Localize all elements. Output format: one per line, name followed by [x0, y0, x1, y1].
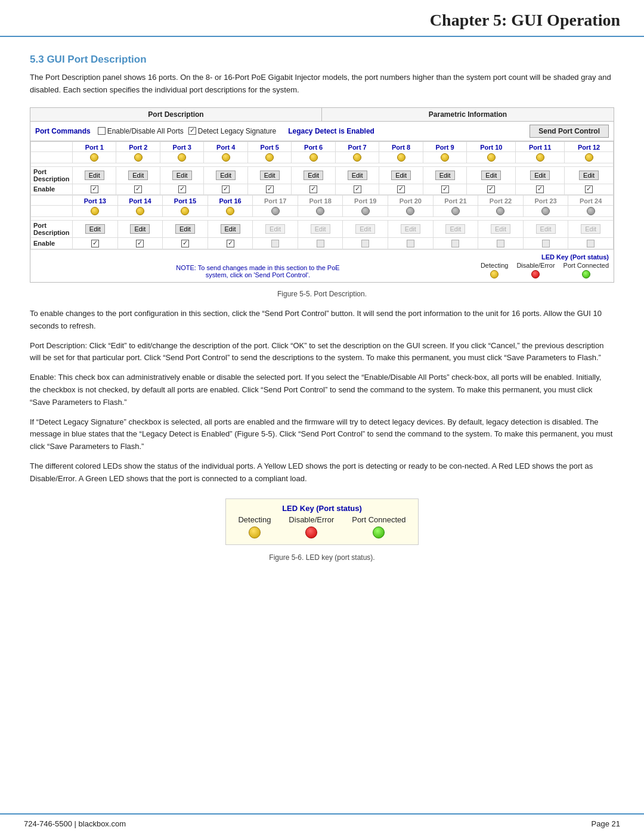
port8-enable[interactable] [379, 184, 423, 195]
port15-edit[interactable]: Edit [163, 221, 208, 238]
port17-header: Port 17 [253, 196, 298, 206]
legacy-detect-status: Legacy Detect is Enabled [288, 127, 525, 135]
port6-edit[interactable]: Edit [292, 166, 335, 184]
port2-enable-checkbox[interactable] [134, 185, 142, 193]
standalone-error-label: Disable/Error [289, 515, 334, 524]
port9-edit-button[interactable]: Edit [435, 171, 455, 180]
port12-enable[interactable] [565, 184, 614, 195]
port6-enable-checkbox[interactable] [309, 185, 317, 193]
port16-enable[interactable] [208, 238, 253, 249]
port15-enable[interactable] [163, 238, 208, 249]
port-commands-label: Port Commands [35, 127, 91, 135]
port10-edit[interactable]: Edit [467, 166, 516, 184]
port16-edit[interactable]: Edit [208, 221, 253, 238]
port4-edit-button[interactable]: Edit [216, 171, 236, 180]
detect-legacy-checkbox-icon[interactable] [188, 127, 196, 135]
port12-edit-button[interactable]: Edit [579, 171, 599, 180]
led-key-standalone-wrap: LED Key (Port status) Detecting Disable/… [30, 493, 614, 549]
port12-led [565, 151, 614, 163]
port3-enable[interactable] [160, 184, 203, 195]
port9-enable[interactable] [423, 184, 466, 195]
port16-led [208, 206, 253, 217]
port22-enable [478, 238, 524, 249]
port11-edit-button[interactable]: Edit [530, 171, 550, 180]
standalone-connected-label: Port Connected [352, 515, 405, 524]
port18-led [298, 206, 343, 217]
port15-led [163, 206, 208, 217]
port19-edit-button: Edit [355, 224, 375, 234]
port8-enable-checkbox[interactable] [397, 185, 405, 193]
port3-enable-checkbox[interactable] [178, 185, 186, 193]
intro-text: The Port Description panel shows 16 port… [30, 72, 614, 97]
port13-edit-button[interactable]: Edit [85, 224, 105, 234]
led-yellow-icon [441, 153, 449, 162]
port6-enable[interactable] [292, 184, 335, 195]
port8-header: Port 8 [379, 141, 423, 151]
port12-enable-checkbox[interactable] [585, 185, 593, 193]
port11-edit[interactable]: Edit [516, 166, 565, 184]
port1-enable[interactable] [73, 184, 116, 195]
port16-edit-button[interactable]: Edit [221, 224, 240, 234]
port2-edit-button[interactable]: Edit [128, 171, 148, 180]
port2-edit[interactable]: Edit [116, 166, 160, 184]
port14-edit-button[interactable]: Edit [130, 224, 150, 234]
port5-enable[interactable] [247, 184, 291, 195]
port7-edit-button[interactable]: Edit [348, 171, 367, 180]
port4-enable[interactable] [204, 184, 247, 195]
port7-edit[interactable]: Edit [335, 166, 379, 184]
port5-edit[interactable]: Edit [247, 166, 291, 184]
port9-enable-checkbox[interactable] [441, 185, 449, 193]
port17-enable [253, 238, 298, 249]
port23-edit: Edit [523, 221, 568, 238]
port7-enable[interactable] [335, 184, 379, 195]
port11-enable-checkbox[interactable] [536, 185, 544, 193]
led-gray-icon [271, 207, 280, 215]
port3-edit-button[interactable]: Edit [172, 171, 192, 180]
port1-edit-button[interactable]: Edit [85, 171, 104, 180]
port9-edit[interactable]: Edit [423, 166, 466, 184]
enable-disable-all-ports-checkbox[interactable]: Enable/Disable All Ports [98, 127, 184, 135]
port14-led [117, 206, 163, 217]
port11-enable[interactable] [516, 184, 565, 195]
port-description-panel: Port Description Parametric Information … [30, 107, 614, 283]
enable-row-1: Enable [31, 184, 614, 195]
send-port-control-button[interactable]: Send Port Control [530, 125, 609, 138]
port10-edit-button[interactable]: Edit [481, 171, 501, 180]
port22-enable-checkbox [497, 240, 504, 247]
port10-enable[interactable] [467, 184, 516, 195]
port14-enable[interactable] [117, 238, 163, 249]
port24-enable-checkbox [587, 240, 595, 247]
port13-led [73, 206, 118, 217]
port12-edit[interactable]: Edit [565, 166, 614, 184]
figure5-caption: Figure 5-5. Port Description. [30, 290, 614, 298]
port4-edit[interactable]: Edit [204, 166, 247, 184]
port7-enable-checkbox[interactable] [354, 185, 361, 193]
port2-enable[interactable] [116, 184, 160, 195]
detect-legacy-checkbox[interactable]: Detect Legacy Signature [188, 127, 276, 135]
led-row2-label [31, 206, 73, 217]
led-yellow-icon [90, 153, 98, 162]
port13-enable[interactable] [73, 238, 118, 249]
port4-enable-checkbox[interactable] [222, 185, 230, 193]
port5-enable-checkbox[interactable] [266, 185, 274, 193]
port14-edit[interactable]: Edit [117, 221, 163, 238]
port1-enable-checkbox[interactable] [91, 185, 98, 193]
port3-edit[interactable]: Edit [160, 166, 203, 184]
port24-edit-button: Edit [581, 224, 600, 234]
port14-enable-checkbox[interactable] [136, 240, 144, 247]
port8-edit-button[interactable]: Edit [391, 171, 411, 180]
port3-header: Port 3 [160, 141, 203, 151]
figure6-caption: Figure 5-6. LED key (port status). [30, 553, 614, 562]
port16-enable-checkbox[interactable] [227, 240, 234, 247]
port6-edit-button[interactable]: Edit [304, 171, 323, 180]
port7-header: Port 7 [335, 141, 379, 151]
port13-edit[interactable]: Edit [73, 221, 118, 238]
enable-disable-checkbox-icon[interactable] [98, 127, 106, 135]
port5-edit-button[interactable]: Edit [260, 171, 280, 180]
port13-enable-checkbox[interactable] [91, 240, 99, 247]
port10-enable-checkbox[interactable] [487, 185, 495, 193]
port1-edit[interactable]: Edit [73, 166, 116, 184]
port15-enable-checkbox[interactable] [181, 240, 189, 247]
port15-edit-button[interactable]: Edit [175, 224, 195, 234]
port8-edit[interactable]: Edit [379, 166, 423, 184]
